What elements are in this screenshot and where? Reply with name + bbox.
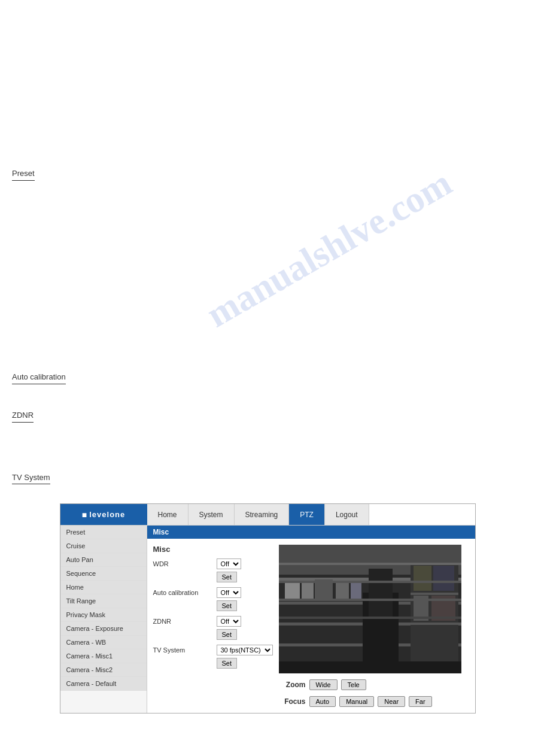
camera-feed [279,545,461,673]
underline-label-1: Preset [12,168,35,181]
camera-feed-svg [279,545,461,673]
main-area: Preset Cruise Auto Pan Sequence Home Til… [60,526,475,713]
wdr-set-button[interactable]: Set [217,572,238,582]
tab-ptz[interactable]: PTZ [289,504,325,525]
tab-streaming[interactable]: Streaming [235,504,290,525]
focus-label: Focus [279,697,306,706]
zoom-label: Zoom [279,681,306,689]
focus-auto-button[interactable]: Auto [309,696,336,707]
tv-system-set-button[interactable]: Set [217,658,238,669]
sidebar: Preset Cruise Auto Pan Sequence Home Til… [60,526,147,713]
zoom-wide-button[interactable]: Wide [309,679,338,690]
wdr-label: WDR [153,560,213,567]
focus-near-button[interactable]: Near [378,696,405,707]
sidebar-item-camera-default[interactable]: Camera - Default [60,677,147,691]
underline-label-2: Auto calibration [12,371,66,384]
svg-rect-19 [414,596,428,621]
camera-ui: ■ levelone Home System Streaming PTZ Log… [60,503,476,714]
text-section-4: TV System [12,472,523,486]
underline-label-4: TV System [12,472,50,485]
text-section-2: Auto calibration [12,371,523,385]
page-wrapper: manualshlve.com Preset Auto calibration … [0,0,535,756]
sidebar-item-tilt-range[interactable]: Tilt Range [60,594,147,608]
content-title-bar: Misc [147,526,475,539]
sidebar-item-sequence[interactable]: Sequence [60,567,147,581]
auto-calibration-label: Auto calibration [153,589,213,596]
content-panel: Misc Misc WDR Off On Set [147,526,475,713]
tab-home[interactable]: Home [147,504,189,525]
auto-calibration-set-button[interactable]: Set [217,600,238,611]
zoom-tele-button[interactable]: Tele [341,679,366,690]
svg-rect-17 [414,566,431,591]
misc-section-title: Misc [153,545,273,554]
svg-rect-6 [285,581,300,600]
focus-controls: Focus Auto Manual Near Far [279,696,469,707]
tv-system-row: TV System 30 fps(NTSC) 25 fps(PAL) [153,645,273,655]
sidebar-item-camera-misc2[interactable]: Camera - Misc2 [60,663,147,677]
tab-logout[interactable]: Logout [325,504,369,525]
sidebar-item-camera-misc1[interactable]: Camera - Misc1 [60,649,147,663]
svg-rect-12 [369,569,393,617]
logo-area: ■ levelone [60,504,147,525]
sidebar-item-camera-wb[interactable]: Camera - WB [60,636,147,649]
sidebar-item-privacy-mask[interactable]: Privacy Mask [60,608,147,622]
zdnr-select[interactable]: Off On [217,616,241,627]
zdnr-row: ZDNR Off On [153,616,273,627]
sidebar-item-cruise[interactable]: Cruise [60,539,147,553]
svg-rect-15 [411,593,458,595]
auto-calibration-row: Auto calibration Off On [153,587,273,598]
svg-rect-14 [411,563,458,565]
wdr-select[interactable]: Off On [217,558,241,569]
svg-rect-18 [433,566,454,591]
focus-far-button[interactable]: Far [409,696,432,707]
nav-tabs: Home System Streaming PTZ Logout [147,504,475,525]
svg-rect-21 [279,661,461,673]
text-section-1: Preset [12,168,523,182]
tv-system-label: TV System [153,646,213,654]
header-bar: ■ levelone Home System Streaming PTZ Log… [60,504,475,526]
sidebar-item-preset[interactable]: Preset [60,526,147,539]
svg-rect-20 [431,596,455,621]
svg-rect-8 [315,579,333,600]
logo-text: levelone [89,510,125,519]
svg-rect-16 [411,623,458,625]
svg-rect-7 [302,582,314,600]
svg-rect-10 [351,582,361,600]
form-section: Misc WDR Off On Set Auto calibr [153,545,273,707]
zdnr-label: ZDNR [153,618,213,625]
tab-system[interactable]: System [189,504,235,525]
content-body: Misc WDR Off On Set Auto calibr [147,539,475,713]
focus-manual-button[interactable]: Manual [339,696,374,707]
wdr-row: WDR Off On [153,558,273,569]
auto-calibration-select[interactable]: Off On [217,587,241,598]
camera-preview: Zoom Wide Tele Focus Auto Manual Near Fa… [279,545,469,707]
text-section-3: ZDNR [12,409,523,424]
sidebar-item-auto-pan[interactable]: Auto Pan [60,553,147,567]
sidebar-item-home[interactable]: Home [60,581,147,594]
zdnr-set-button[interactable]: Set [217,629,238,640]
svg-rect-9 [336,581,349,600]
logo-icon: ■ [82,510,87,520]
sidebar-item-camera-exposure[interactable]: Camera - Exposure [60,622,147,636]
underline-label-3: ZDNR [12,409,34,423]
zoom-controls: Zoom Wide Tele [279,679,469,690]
tv-system-select[interactable]: 30 fps(NTSC) 25 fps(PAL) [217,645,273,655]
